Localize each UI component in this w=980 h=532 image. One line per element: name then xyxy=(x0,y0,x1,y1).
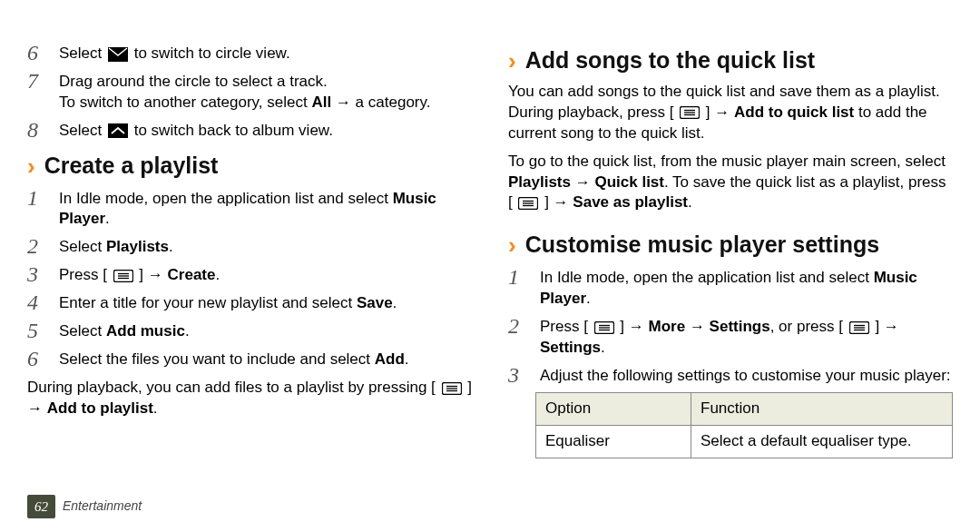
menu-icon xyxy=(518,197,538,210)
step: 4Enter a title for your new playlist and… xyxy=(27,291,472,314)
step-number: 4 xyxy=(27,291,59,313)
chevron-icon: › xyxy=(508,49,516,73)
step: 6Select to switch to circle view. xyxy=(27,42,472,64)
step-number: 2 xyxy=(27,235,59,257)
menu-icon xyxy=(442,382,462,395)
step-body: Select to switch back to album view. xyxy=(59,119,333,142)
step-number: 3 xyxy=(27,263,59,285)
footer: 62 Entertainment xyxy=(27,495,142,518)
step: 8Select to switch back to album view. xyxy=(27,119,472,142)
left-column: 6Select to switch to circle view.7Drag a… xyxy=(27,36,472,523)
step-body: In Idle mode, open the application list … xyxy=(540,266,953,310)
after-paragraph: During playback, you can add files to a … xyxy=(27,378,472,419)
step-body: Press [ ] → More → Settings, or press [ … xyxy=(540,315,953,359)
step: 6Select the files you want to include an… xyxy=(27,348,472,370)
chevron-up-icon xyxy=(108,123,128,138)
menu-icon xyxy=(113,270,133,282)
page-number: 62 xyxy=(27,495,55,518)
table-head-option: Option xyxy=(536,392,691,425)
step-number: 1 xyxy=(508,266,540,288)
step-body: In Idle mode, open the application list … xyxy=(59,187,472,231)
step: 3Press [ ] → Create. xyxy=(27,263,472,286)
step-body: Select Playlists. xyxy=(59,235,173,258)
section-quicklist-heading: › Add songs to the quick list xyxy=(508,45,953,76)
chevron-icon: › xyxy=(508,233,516,257)
step-number: 5 xyxy=(27,320,59,341)
step-body: Select to switch to circle view. xyxy=(59,42,290,64)
heading-customise: Customise music player settings xyxy=(525,230,879,261)
step-body: Select the files you want to include and… xyxy=(59,348,409,370)
step: 2Select Playlists. xyxy=(27,235,472,258)
menu-icon xyxy=(594,321,614,334)
table-head-function: Function xyxy=(691,392,953,425)
step-body: Adjust the following settings to customi… xyxy=(540,364,951,387)
table-cell-function: Select a default equaliser type. xyxy=(691,425,953,458)
continued-steps: 6Select to switch to circle view.7Drag a… xyxy=(27,42,472,142)
step-number: 6 xyxy=(27,42,59,64)
step-body: Select Add music. xyxy=(59,320,190,342)
step: 2Press [ ] → More → Settings, or press [… xyxy=(508,315,953,359)
table-row: Equaliser Select a default equaliser typ… xyxy=(536,425,953,458)
right-column: › Add songs to the quick list You can ad… xyxy=(508,36,953,523)
footer-section: Entertainment xyxy=(63,498,142,515)
step: 7Drag around the circle to select a trac… xyxy=(27,70,472,113)
step-number: 7 xyxy=(27,70,59,92)
step: 1In Idle mode, open the application list… xyxy=(27,187,472,231)
step-number: 1 xyxy=(27,187,59,209)
create-steps: 1In Idle mode, open the application list… xyxy=(27,187,472,371)
step-number: 6 xyxy=(27,348,59,369)
step-body: Press [ ] → Create. xyxy=(59,263,220,286)
step-body: Drag around the circle to select a track… xyxy=(59,70,430,113)
step-number: 2 xyxy=(508,315,540,337)
table-cell-option: Equaliser xyxy=(536,425,691,458)
quicklist-para-1: You can add songs to the quick list and … xyxy=(508,82,953,144)
step: 5Select Add music. xyxy=(27,320,472,342)
quicklist-para-2: To go to the quick list, from the music … xyxy=(508,152,953,214)
customise-steps: 1In Idle mode, open the application list… xyxy=(508,266,953,387)
menu-icon xyxy=(849,321,869,334)
chevron-icon: › xyxy=(27,154,35,178)
heading-quicklist: Add songs to the quick list xyxy=(525,45,815,76)
menu-icon xyxy=(680,106,700,119)
step-number: 8 xyxy=(27,119,59,141)
step-number: 3 xyxy=(508,364,540,386)
settings-table: Option Function Equaliser Select a defau… xyxy=(535,392,953,458)
envelope-icon xyxy=(108,47,128,62)
step-body: Enter a title for your new playlist and … xyxy=(59,291,397,314)
svg-rect-1 xyxy=(108,123,128,138)
heading-create: Create a playlist xyxy=(44,151,219,182)
step: 3Adjust the following settings to custom… xyxy=(508,364,953,387)
step: 1In Idle mode, open the application list… xyxy=(508,266,953,310)
section-customise-heading: › Customise music player settings xyxy=(508,230,953,261)
section-create-heading: › Create a playlist xyxy=(27,151,472,182)
